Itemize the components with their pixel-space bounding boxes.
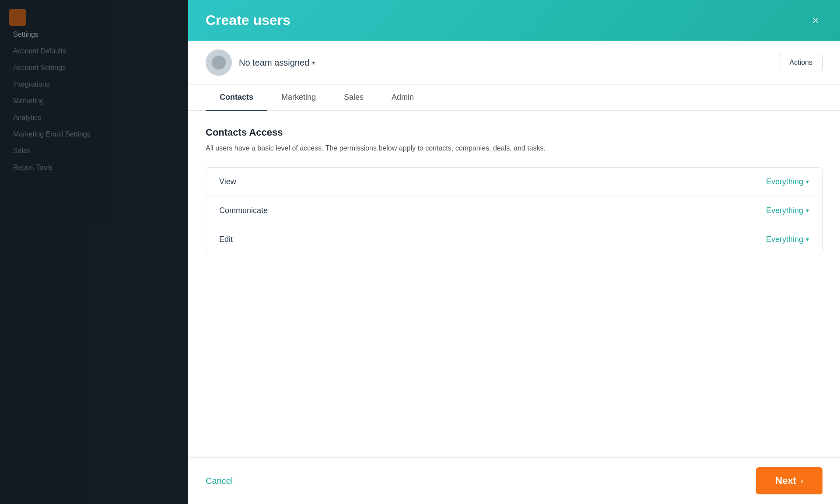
modal-header: Create users × — [188, 0, 840, 41]
tab-admin[interactable]: Admin — [378, 85, 428, 111]
permission-view-label: View — [219, 177, 236, 186]
team-label: No team assigned — [239, 58, 309, 68]
avatar-icon — [212, 56, 226, 70]
next-button[interactable]: Next › — [756, 467, 822, 494]
permission-view-value: Everything — [766, 177, 803, 186]
next-label: Next — [775, 475, 796, 486]
permission-communicate-label: Communicate — [219, 206, 268, 215]
chevron-down-icon: ▾ — [312, 59, 315, 66]
permission-communicate-dropdown[interactable]: Everything ▾ — [766, 206, 809, 215]
tab-contacts[interactable]: Contacts — [206, 85, 267, 111]
permission-edit-label: Edit — [219, 235, 233, 244]
avatar — [206, 49, 232, 76]
sub-header: No team assigned ▾ Actions — [188, 41, 840, 85]
arrow-right-icon: › — [801, 476, 803, 486]
permission-edit-dropdown[interactable]: Everything ▾ — [766, 235, 809, 244]
permission-row-view: View Everything ▾ — [206, 168, 822, 196]
permission-row-edit: Edit Everything ▾ — [206, 225, 822, 254]
modal-footer: Cancel Next › — [188, 457, 840, 504]
permission-view-dropdown[interactable]: Everything ▾ — [766, 177, 809, 186]
sub-header-left: No team assigned ▾ — [206, 49, 315, 76]
permission-communicate-value: Everything — [766, 206, 803, 215]
close-button[interactable]: × — [808, 13, 822, 28]
tabs-bar: Contacts Marketing Sales Admin — [188, 85, 840, 111]
tab-marketing[interactable]: Marketing — [267, 85, 330, 111]
actions-button[interactable]: Actions — [780, 54, 822, 71]
chevron-down-icon: ▾ — [806, 207, 809, 214]
team-dropdown[interactable]: No team assigned ▾ — [239, 58, 315, 68]
permissions-table: View Everything ▾ Communicate Everything… — [206, 167, 822, 254]
tab-sales[interactable]: Sales — [330, 85, 378, 111]
permission-row-communicate: Communicate Everything ▾ — [206, 196, 822, 225]
contacts-access-title: Contacts Access — [206, 127, 822, 138]
cancel-button[interactable]: Cancel — [206, 472, 233, 490]
contacts-access-description: All users have a basic level of access. … — [206, 143, 822, 154]
chevron-down-icon: ▾ — [806, 178, 809, 185]
permission-edit-value: Everything — [766, 235, 803, 244]
create-users-modal: Create users × No team assigned ▾ Action… — [188, 0, 840, 504]
modal-body: Contacts Access All users have a basic l… — [188, 111, 840, 457]
modal-title: Create users — [206, 12, 290, 28]
chevron-down-icon: ▾ — [806, 236, 809, 243]
